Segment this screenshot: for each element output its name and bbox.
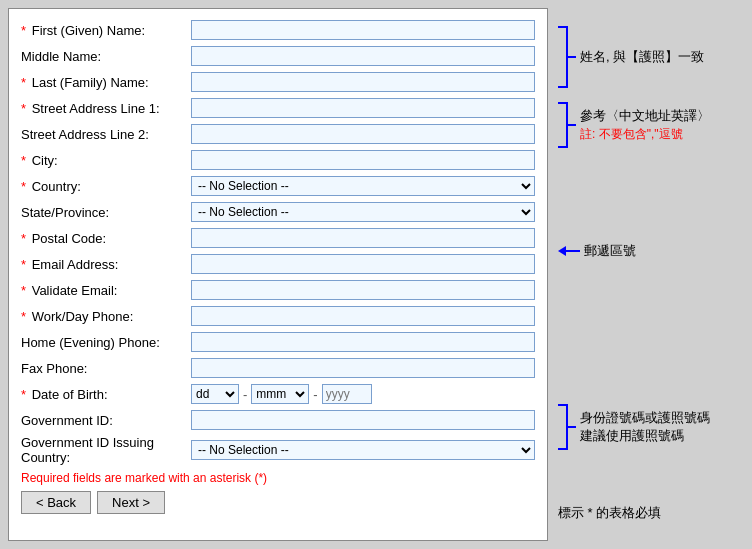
ann2-line1: 參考〈中文地址英譯〉	[580, 107, 710, 125]
label-state: State/Province:	[21, 205, 191, 220]
label-street1: * Street Address Line 1:	[21, 101, 191, 116]
postal-input[interactable]	[191, 228, 535, 248]
dob-year-input[interactable]	[322, 384, 372, 404]
row-fax: Fax Phone:	[21, 357, 535, 379]
ann-govid-line2: 建議使用護照號碼	[580, 427, 710, 445]
label-city: * City:	[21, 153, 191, 168]
form-panel: * First (Given) Name: Middle Name: * Las…	[8, 8, 548, 541]
label-email: * Email Address:	[21, 257, 191, 272]
row-gov-id: Government ID:	[21, 409, 535, 431]
row-email: * Email Address:	[21, 253, 535, 275]
label-home-phone: Home (Evening) Phone:	[21, 335, 191, 350]
label-gov-id-country: Government ID Issuing Country:	[21, 435, 191, 465]
row-street1: * Street Address Line 1:	[21, 97, 535, 119]
label-dob: * Date of Birth:	[21, 387, 191, 402]
first-name-input[interactable]	[191, 20, 535, 40]
button-row: < Back Next >	[21, 491, 535, 514]
fax-input[interactable]	[191, 358, 535, 378]
side-panel: 姓名, 與【護照】一致 參考〈中文地址英譯〉 註: 不要包含","逗號 郵遞區號	[548, 8, 744, 541]
label-postal: * Postal Code:	[21, 231, 191, 246]
back-button[interactable]: < Back	[21, 491, 91, 514]
ann-govid-line1: 身份證號碼或護照號碼	[580, 409, 710, 427]
label-street2: Street Address Line 2:	[21, 127, 191, 142]
street2-input[interactable]	[191, 124, 535, 144]
brace-address: 參考〈中文地址英譯〉 註: 不要包含","逗號	[558, 102, 710, 148]
brace-govid: 身份證號碼或護照號碼 建議使用護照號碼	[558, 404, 710, 450]
row-city: * City:	[21, 149, 535, 171]
ann-postal-text: 郵遞區號	[584, 242, 636, 260]
required-note: Required fields are marked with an aster…	[21, 471, 535, 485]
row-country: * Country: -- No Selection --	[21, 175, 535, 197]
ann1-text: 姓名, 與【護照】一致	[580, 48, 704, 66]
label-country: * Country:	[21, 179, 191, 194]
ann2-line2: 註: 不要包含","逗號	[580, 126, 710, 143]
row-first-name: * First (Given) Name:	[21, 19, 535, 41]
row-gov-id-country: Government ID Issuing Country: -- No Sel…	[21, 435, 535, 465]
home-phone-input[interactable]	[191, 332, 535, 352]
req-star: *	[21, 23, 26, 38]
dob-month-select[interactable]: mmm	[251, 384, 309, 404]
dob-controls: dd - mmm -	[191, 384, 535, 404]
label-validate-email: * Validate Email:	[21, 283, 191, 298]
row-work-phone: * Work/Day Phone:	[21, 305, 535, 327]
last-name-input[interactable]	[191, 72, 535, 92]
gov-id-country-select[interactable]: -- No Selection --	[191, 440, 535, 460]
label-work-phone: * Work/Day Phone:	[21, 309, 191, 324]
row-dob: * Date of Birth: dd - mmm -	[21, 383, 535, 405]
brace-name: 姓名, 與【護照】一致	[558, 26, 704, 88]
next-button[interactable]: Next >	[97, 491, 165, 514]
arrow-postal: 郵遞區號	[558, 242, 636, 260]
label-middle-name: Middle Name:	[21, 49, 191, 64]
street1-input[interactable]	[191, 98, 535, 118]
label-last-name: * Last (Family) Name:	[21, 75, 191, 90]
row-middle-name: Middle Name:	[21, 45, 535, 67]
validate-email-input[interactable]	[191, 280, 535, 300]
work-phone-input[interactable]	[191, 306, 535, 326]
row-last-name: * Last (Family) Name:	[21, 71, 535, 93]
label-first-name: * First (Given) Name:	[21, 23, 191, 38]
row-postal: * Postal Code:	[21, 227, 535, 249]
country-select[interactable]: -- No Selection --	[191, 176, 535, 196]
label-fax: Fax Phone:	[21, 361, 191, 376]
row-state: State/Province: -- No Selection --	[21, 201, 535, 223]
dob-day-select[interactable]: dd	[191, 384, 239, 404]
middle-name-input[interactable]	[191, 46, 535, 66]
row-home-phone: Home (Evening) Phone:	[21, 331, 535, 353]
city-input[interactable]	[191, 150, 535, 170]
state-select[interactable]: -- No Selection --	[191, 202, 535, 222]
ann-required: 標示 * 的表格必填	[558, 504, 661, 522]
label-gov-id: Government ID:	[21, 413, 191, 428]
row-street2: Street Address Line 2:	[21, 123, 535, 145]
row-validate-email: * Validate Email:	[21, 279, 535, 301]
email-input[interactable]	[191, 254, 535, 274]
side-content: 姓名, 與【護照】一致 參考〈中文地址英譯〉 註: 不要包含","逗號 郵遞區號	[558, 14, 734, 535]
ann-required-text: 標示 * 的表格必填	[558, 504, 661, 522]
gov-id-input[interactable]	[191, 410, 535, 430]
